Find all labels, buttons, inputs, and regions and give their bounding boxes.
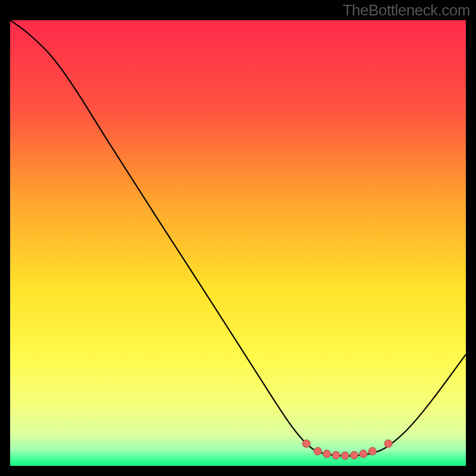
optimal-dot — [342, 452, 349, 459]
optimal-dot — [332, 452, 340, 459]
optimal-dot — [302, 440, 310, 447]
plot-area — [10, 20, 466, 466]
bottleneck-chart — [10, 20, 466, 466]
optimal-dot — [359, 450, 367, 458]
optimal-dot — [384, 440, 392, 447]
optimal-dot — [314, 447, 322, 455]
optimal-dot — [368, 447, 376, 455]
chart-container: TheBottleneck.com — [0, 0, 476, 476]
optimal-dot — [323, 450, 331, 458]
optimal-dot — [350, 452, 358, 459]
gradient-background — [10, 20, 466, 466]
watermark-text: TheBottleneck.com — [343, 1, 470, 20]
